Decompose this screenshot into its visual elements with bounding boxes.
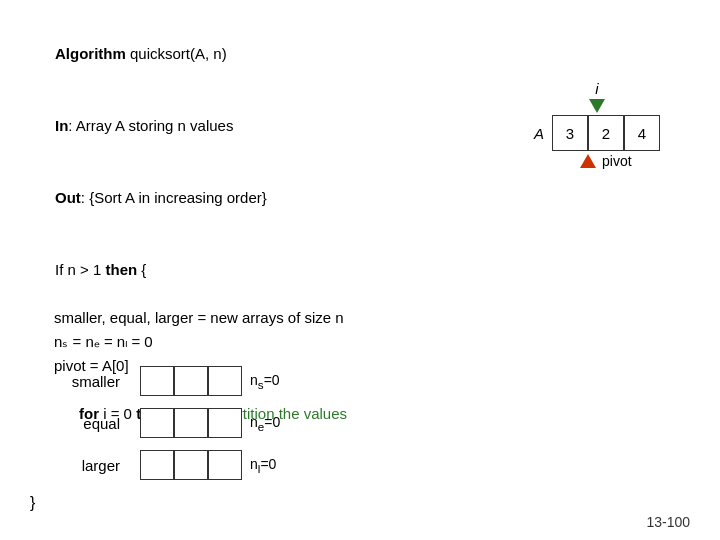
smaller-cell-1 xyxy=(174,366,208,396)
array-cell-0: 3 xyxy=(552,115,588,151)
larger-label: larger xyxy=(30,457,120,474)
larger-cell-2 xyxy=(208,450,242,480)
smaller-row: smaller ns=0 xyxy=(30,366,690,396)
arrow-down-icon xyxy=(589,99,605,113)
larger-row: larger nl=0 xyxy=(30,450,690,480)
smaller-cell-0 xyxy=(140,366,174,396)
i-label: i xyxy=(595,80,598,97)
larger-cell-0 xyxy=(140,450,174,480)
nl-label: nl=0 xyxy=(250,456,276,475)
in-rest: : Array A storing n values xyxy=(68,117,233,134)
equal-cell-2 xyxy=(208,408,242,438)
if-part2: { xyxy=(137,261,146,278)
larger-cell-1 xyxy=(174,450,208,480)
out-keyword: Out xyxy=(55,189,81,206)
equal-cell-0 xyxy=(140,408,174,438)
closing-brace: } xyxy=(30,494,35,512)
equal-label: equal xyxy=(30,415,120,432)
page-number: 13-100 xyxy=(646,514,690,530)
equal-row: equal ne=0 xyxy=(30,408,690,438)
arrow-up-icon xyxy=(580,154,596,168)
array-row: A 3 2 4 xyxy=(534,115,660,151)
equal-cells xyxy=(140,408,242,438)
ne-label: ne=0 xyxy=(250,414,280,433)
smaller-cells xyxy=(140,366,242,396)
line-ns: nₛ = nₑ = nₗ = 0 xyxy=(30,330,690,354)
array-a-label: A xyxy=(534,125,544,142)
line-out: Out: {Sort A in increasing order} xyxy=(30,162,690,234)
equal-cell-1 xyxy=(174,408,208,438)
algorithm-keyword: Algorithm xyxy=(55,45,126,62)
pivot-label: pivot xyxy=(602,153,632,169)
smaller-label: smaller xyxy=(30,373,120,390)
i-arrow-container: i xyxy=(534,80,660,113)
smaller-cell-2 xyxy=(208,366,242,396)
array-cell-2: 4 xyxy=(624,115,660,151)
ns-label: ns=0 xyxy=(250,372,280,391)
if-part1: If n > 1 xyxy=(55,261,105,278)
larger-cells xyxy=(140,450,242,480)
diagram-area: i A 3 2 4 pivot xyxy=(534,80,660,169)
out-rest: : {Sort A in increasing order} xyxy=(81,189,267,206)
in-keyword: In xyxy=(55,117,68,134)
pivot-container: pivot xyxy=(534,153,660,169)
array-cell-1: 2 xyxy=(588,115,624,151)
line-smaller: smaller, equal, larger = new arrays of s… xyxy=(30,306,690,330)
arrays-section: smaller ns=0 equal ne=0 larger nl=0 xyxy=(0,366,720,480)
then-keyword: then xyxy=(105,261,137,278)
algorithm-rest: quicksort(A, n) xyxy=(126,45,227,62)
line-if: If n > 1 then { xyxy=(30,234,690,306)
